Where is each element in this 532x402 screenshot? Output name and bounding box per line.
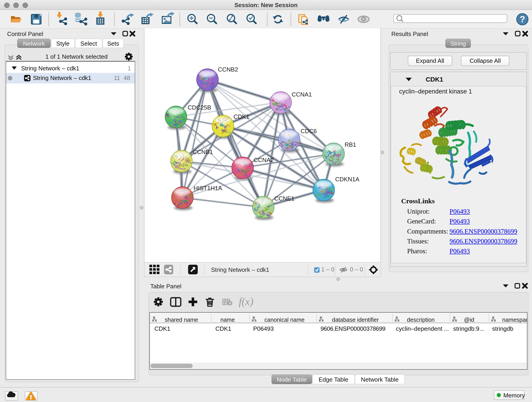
svg-text:CCNA1: CCNA1 (292, 91, 312, 98)
svg-text:name: name (220, 317, 235, 323)
svg-text:CCNB2: CCNB2 (218, 66, 238, 73)
svg-text:description: description (407, 317, 435, 323)
svg-text:?: ? (520, 14, 525, 24)
svg-text:f(x): f(x) (239, 296, 253, 307)
svg-text:@id: @id (464, 317, 474, 323)
svg-text:HIST1H1A: HIST1H1A (194, 185, 222, 191)
svg-text:CCNB1: CCNB1 (193, 148, 213, 155)
svg-text:CCNA2: CCNA2 (254, 157, 274, 163)
svg-text:CDKN1A: CDKN1A (335, 176, 360, 183)
svg-text:database identifier: database identifier (332, 317, 379, 323)
svg-text:namespace: namespace (502, 317, 527, 323)
svg-text:CDC6: CDC6 (301, 128, 317, 134)
svg-text:CDC25B: CDC25B (188, 104, 211, 111)
svg-text:CCNE1: CCNE1 (274, 195, 294, 202)
svg-text:canonical name: canonical name (264, 317, 304, 323)
svg-text:shared name: shared name (165, 317, 198, 323)
svg-text:CDK1: CDK1 (234, 113, 249, 120)
svg-text:RB1: RB1 (345, 141, 356, 148)
